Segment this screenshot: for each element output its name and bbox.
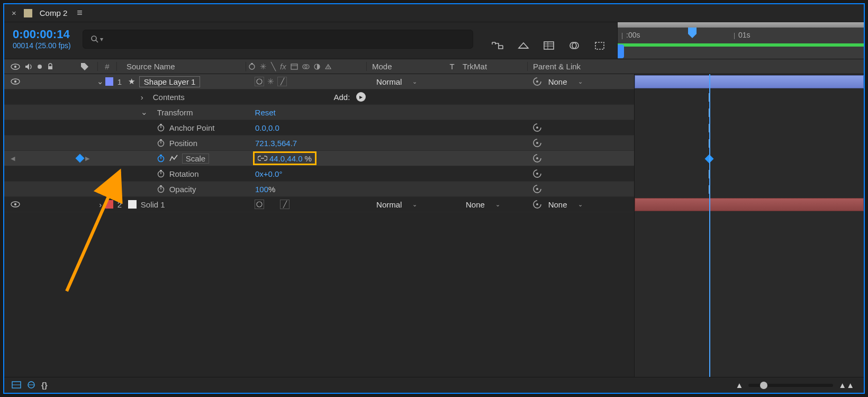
frame-blending-icon[interactable] [567,40,581,51]
work-area-start-handle[interactable] [618,44,624,58]
add-shape-button[interactable]: ▸ [356,92,366,102]
parent-link-column-header[interactable]: Parent & Link [527,62,634,71]
tab-title[interactable]: Comp 2 [40,8,68,17]
audio-column-icon[interactable] [24,63,33,70]
position-row[interactable]: Position 721.3,564.7 [4,136,634,151]
layer-name[interactable]: Solid 1 [141,200,165,209]
scale-value[interactable]: 44.0,44.0 [269,154,303,163]
svg-rect-15 [291,64,297,69]
blend-mode-dropdown[interactable]: Normal⌄ [376,77,417,86]
zoom-in-icon[interactable]: ▲▲ [838,381,854,390]
svg-point-39 [536,173,538,175]
current-timecode[interactable]: 0:00:00:14 [13,28,83,41]
quality-switch[interactable]: ╱ [280,200,290,209]
svg-point-43 [536,188,538,190]
blend-mode-dropdown[interactable]: Normal⌄ [376,200,417,209]
transform-group-row[interactable]: ⌄Transform Reset [4,105,634,120]
position-value[interactable]: 721.3,564.7 [255,139,297,148]
stopwatch-icon[interactable] [157,169,165,178]
timeline-area[interactable] [634,74,864,377]
layer-name[interactable]: Shape Layer 1 [139,76,201,87]
rotation-row[interactable]: Rotation 0x+0.0° [4,166,634,182]
composition-icon [24,9,32,17]
quality-switch[interactable]: ╱ [277,77,287,86]
anchor-point-row[interactable]: Anchor Point 0.0,0.0 [4,120,634,136]
stopwatch-icon[interactable] [157,139,165,147]
visibility-toggle-icon[interactable] [11,200,20,209]
time-ruler[interactable]: :00s 01s [617,22,864,59]
collapse-switch[interactable]: ✳ [267,77,274,86]
pickwhip-icon[interactable] [532,123,542,132]
zoom-out-icon[interactable]: ▲ [735,381,743,390]
next-keyframe-button[interactable]: ▶ [85,155,89,162]
shy-switch[interactable] [255,200,264,209]
visibility-toggle-icon[interactable] [11,77,20,86]
twirl-right-icon[interactable]: › [96,200,105,209]
opacity-value[interactable]: 100% [255,185,275,194]
playhead-line[interactable] [709,74,710,377]
stopwatch-icon[interactable] [157,123,165,132]
anchor-point-value[interactable]: 0.0,0.0 [255,123,279,132]
track-matte-dropdown[interactable]: None⌄ [466,200,500,209]
column-header: # Source Name ✳ ╲ fx Mode T TrkMat Paren… [4,59,864,74]
preserve-transparency-column[interactable]: T [445,62,459,71]
solo-column-icon[interactable] [37,64,42,69]
draft3d-icon[interactable] [517,40,530,51]
layer-row-1[interactable]: ⌄ 1 ★ Shape Layer 1 ✳ ╱ Normal⌄ None⌄ [4,74,634,89]
pickwhip-icon[interactable] [532,77,542,86]
svg-rect-9 [595,42,604,49]
scale-property-label: Scale [182,154,210,164]
svg-point-45 [14,203,16,205]
motion-blur-icon[interactable] [593,40,607,51]
twirl-down-icon[interactable]: ⌄ [141,107,148,117]
layer-row-2[interactable]: › 2 Solid 1 ╱ Normal⌄ None⌄ None⌄ [4,197,634,212]
stopwatch-icon[interactable] [157,154,165,163]
toggle-switches-button[interactable] [12,381,21,389]
add-keyframe-button[interactable] [76,154,85,163]
label-color[interactable] [105,200,114,209]
zoom-slider[interactable] [748,384,833,387]
video-column-icon[interactable] [11,63,20,70]
pickwhip-icon[interactable] [532,200,542,209]
lock-column-icon[interactable] [47,63,54,70]
svg-point-23 [536,80,538,83]
track-matte-column-header[interactable]: TrkMat [459,62,527,71]
search-input[interactable]: ▾ [83,30,473,49]
brackets-button[interactable]: {} [41,381,48,390]
label-column-icon[interactable] [80,62,89,71]
graph-editor-icon[interactable] [169,155,178,162]
rotation-value[interactable]: 0x+0.0° [255,169,282,178]
scale-row[interactable]: ◀ ▶ Scale 44.0,44.0% [4,151,634,166]
tab-menu-button[interactable]: ≡ [77,7,83,19]
pickwhip-icon[interactable] [532,154,542,163]
label-color[interactable] [105,77,114,86]
source-name-column-header[interactable]: Source Name [116,62,246,71]
opacity-row[interactable]: Opacity 100% [4,182,634,197]
parent-dropdown[interactable]: None⌄ [548,77,583,86]
mode-column-header[interactable]: Mode [366,62,445,71]
layer-bar-1[interactable] [635,75,864,88]
hide-shy-layers-icon[interactable] [542,40,556,51]
playhead-handle[interactable] [687,28,698,37]
close-tab-button[interactable]: × [12,8,16,17]
svg-line-1 [96,40,98,42]
constrain-proportions-icon[interactable] [258,155,267,161]
reset-transform-link[interactable]: Reset [255,108,276,117]
toggle-modes-button[interactable] [26,381,36,389]
composition-flowchart-icon[interactable] [491,40,505,51]
shy-switch[interactable] [255,77,264,86]
stopwatch-icon[interactable] [157,185,165,193]
index-column-header[interactable]: # [97,62,116,71]
work-area-bar[interactable] [618,43,864,47]
layer-bar-2[interactable] [635,198,864,211]
pickwhip-icon[interactable] [532,169,542,178]
search-dropdown-icon[interactable]: ▾ [100,35,103,43]
svg-point-35 [536,157,538,159]
prev-keyframe-button[interactable]: ◀ [11,155,15,162]
contents-group-row[interactable]: ›Contents Add: ▸ [4,89,634,105]
parent-dropdown[interactable]: None⌄ [548,200,583,209]
pickwhip-icon[interactable] [532,184,542,194]
twirl-down-icon[interactable]: ⌄ [96,77,105,86]
pickwhip-icon[interactable] [532,138,542,148]
twirl-right-icon[interactable]: › [141,93,143,102]
